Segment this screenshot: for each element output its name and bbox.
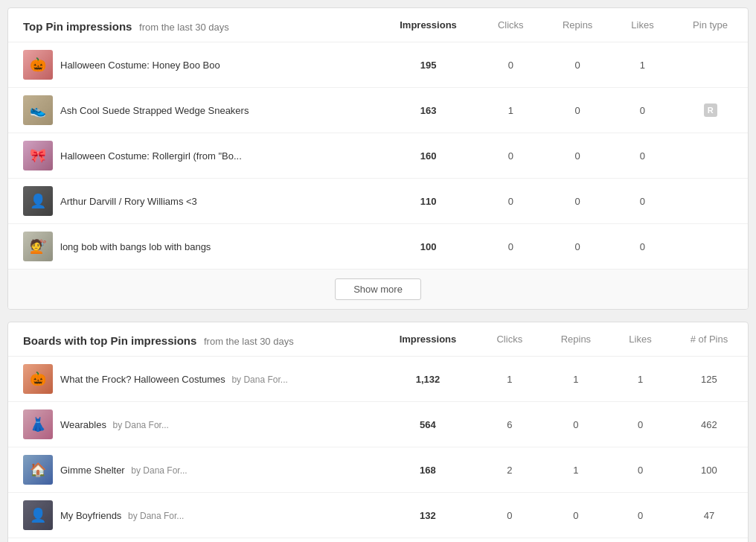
board-info: Wearables by Dana For... bbox=[60, 419, 169, 430]
top-pins-show-more-button[interactable]: Show more bbox=[335, 278, 421, 300]
pin-likes: 0 bbox=[612, 133, 673, 179]
board-likes: 0 bbox=[610, 447, 670, 493]
pin-repins: 0 bbox=[543, 224, 612, 270]
board-pins: 122 bbox=[670, 538, 748, 543]
top-boards-title-cell: Boards with top Pin impressions from the… bbox=[8, 322, 378, 357]
pin-name: long bob with bangs lob with bangs bbox=[60, 241, 211, 252]
table-row: 🏠 Gimme Shelter by Dana For... 168 2 1 0… bbox=[8, 447, 748, 493]
board-impressions: 124 bbox=[378, 538, 478, 543]
board-thumbnail: 👤 bbox=[23, 500, 53, 530]
pin-type bbox=[673, 133, 748, 179]
board-pins: 100 bbox=[670, 447, 748, 493]
table-row: 👟 Ash Cool Suede Strapped Wedge Sneakers… bbox=[8, 88, 748, 133]
pin-impressions: 100 bbox=[378, 224, 478, 270]
board-impressions: 132 bbox=[378, 493, 478, 538]
pin-thumbnail: 👟 bbox=[23, 95, 53, 125]
board-pins: 125 bbox=[670, 357, 748, 402]
col-pintype-header: Pin type bbox=[673, 8, 748, 42]
boards-col-likes-header: Likes bbox=[610, 322, 670, 357]
board-thumbnail: 🏠 bbox=[23, 455, 53, 485]
pin-impressions: 160 bbox=[378, 133, 478, 179]
board-name: What the Frock? Halloween Costumes bbox=[60, 374, 225, 385]
pin-thumbnail: 🎃 bbox=[23, 50, 53, 80]
board-clicks: 2 bbox=[478, 447, 542, 493]
table-row: 👤 Arthur Darvill / Rory Williams <3 110 … bbox=[8, 179, 748, 224]
board-impressions: 1,132 bbox=[378, 357, 478, 402]
pin-likes: 0 bbox=[612, 179, 673, 224]
top-pins-subtitle: from the last 30 days bbox=[139, 22, 229, 33]
board-likes: 0 bbox=[610, 402, 670, 447]
top-boards-section: Boards with top Pin impressions from the… bbox=[7, 322, 749, 542]
board-name: Gimme Shelter bbox=[60, 465, 125, 476]
col-impressions-header: Impressions bbox=[378, 8, 478, 42]
pin-likes: 0 bbox=[612, 88, 673, 133]
top-pins-section: Top Pin impressions from the last 30 day… bbox=[7, 7, 749, 310]
board-clicks: 1 bbox=[478, 357, 542, 402]
table-row: 👗 Wearables by Dana For... 564 6 0 0 462 bbox=[8, 402, 748, 447]
table-row: 🎀 Halloween Costume: Rollergirl (from "B… bbox=[8, 133, 748, 179]
board-info: My Boyfriends by Dana For... bbox=[60, 510, 184, 521]
pin-likes: 1 bbox=[612, 42, 673, 88]
col-clicks-header: Clicks bbox=[478, 8, 542, 42]
col-repins-header: Repins bbox=[543, 8, 612, 42]
board-repins: 0 bbox=[542, 493, 610, 538]
pin-thumbnail: 👤 bbox=[23, 186, 53, 216]
pin-thumbnail: 🎀 bbox=[23, 141, 53, 170]
pin-type bbox=[673, 179, 748, 224]
board-repins: 1 bbox=[542, 447, 610, 493]
top-pins-title: Top Pin impressions bbox=[23, 20, 132, 33]
board-author: by Dana For... bbox=[113, 420, 169, 430]
pin-clicks: 0 bbox=[478, 224, 542, 270]
board-likes: 0 bbox=[610, 493, 670, 538]
col-likes-header: Likes bbox=[612, 8, 673, 42]
top-pins-header: Top Pin impressions from the last 30 day… bbox=[8, 8, 748, 42]
pin-name: Arthur Darvill / Rory Williams <3 bbox=[60, 196, 197, 207]
pin-likes: 0 bbox=[612, 224, 673, 270]
table-row: 🎃 Halloween Costume: Honey Boo Boo 195 0… bbox=[8, 42, 748, 88]
board-author: by Dana For... bbox=[128, 511, 184, 521]
boards-col-clicks-header: Clicks bbox=[478, 322, 542, 357]
pin-impressions: 195 bbox=[378, 42, 478, 88]
pin-name: Halloween Costume: Rollergirl (from "Bo.… bbox=[60, 150, 242, 162]
board-info: What the Frock? Halloween Costumes by Da… bbox=[60, 374, 288, 385]
board-name: Wearables bbox=[60, 419, 106, 430]
pin-repins: 0 bbox=[543, 88, 612, 133]
pin-clicks: 0 bbox=[478, 133, 542, 179]
board-clicks: 1 bbox=[478, 538, 542, 543]
boards-col-impressions-header: Impressions bbox=[378, 322, 478, 357]
pin-thumbnail: 💇 bbox=[23, 232, 53, 261]
pin-impressions: 163 bbox=[378, 88, 478, 133]
pin-name: Ash Cool Suede Strapped Wedge Sneakers bbox=[60, 105, 249, 116]
top-boards-title: Boards with top Pin impressions bbox=[23, 334, 196, 347]
board-author: by Dana For... bbox=[231, 374, 287, 385]
boards-col-pins-header: # of Pins bbox=[670, 322, 748, 357]
top-pins-title-cell: Top Pin impressions from the last 30 day… bbox=[8, 8, 378, 42]
pin-clicks: 0 bbox=[478, 179, 542, 224]
pin-clicks: 0 bbox=[478, 42, 542, 88]
pin-name: Halloween Costume: Honey Boo Boo bbox=[60, 60, 220, 71]
boards-col-repins-header: Repins bbox=[542, 322, 610, 357]
board-info: Gimme Shelter by Dana For... bbox=[60, 465, 188, 476]
board-pins: 462 bbox=[670, 402, 748, 447]
board-impressions: 168 bbox=[378, 447, 478, 493]
pin-type-badge: R bbox=[704, 103, 717, 117]
top-boards-subtitle: from the last 30 days bbox=[204, 336, 294, 347]
board-clicks: 0 bbox=[478, 493, 542, 538]
pin-type bbox=[673, 224, 748, 270]
board-name: My Boyfriends bbox=[60, 510, 121, 521]
board-impressions: 564 bbox=[378, 402, 478, 447]
pin-repins: 0 bbox=[543, 133, 612, 179]
pin-type bbox=[673, 42, 748, 88]
board-likes: 0 bbox=[610, 538, 670, 543]
board-repins: 1 bbox=[542, 538, 610, 543]
board-clicks: 6 bbox=[478, 402, 542, 447]
top-boards-header: Boards with top Pin impressions from the… bbox=[8, 322, 748, 357]
pin-repins: 0 bbox=[543, 42, 612, 88]
board-repins: 1 bbox=[542, 357, 610, 402]
board-pins: 47 bbox=[670, 493, 748, 538]
board-thumbnail: 👗 bbox=[23, 409, 53, 439]
pin-impressions: 110 bbox=[378, 179, 478, 224]
table-row: 🏢 New Office Inspiration by Kristen Ev..… bbox=[8, 538, 748, 543]
table-row: 💇 long bob with bangs lob with bangs 100… bbox=[8, 224, 748, 270]
board-likes: 1 bbox=[610, 357, 670, 402]
